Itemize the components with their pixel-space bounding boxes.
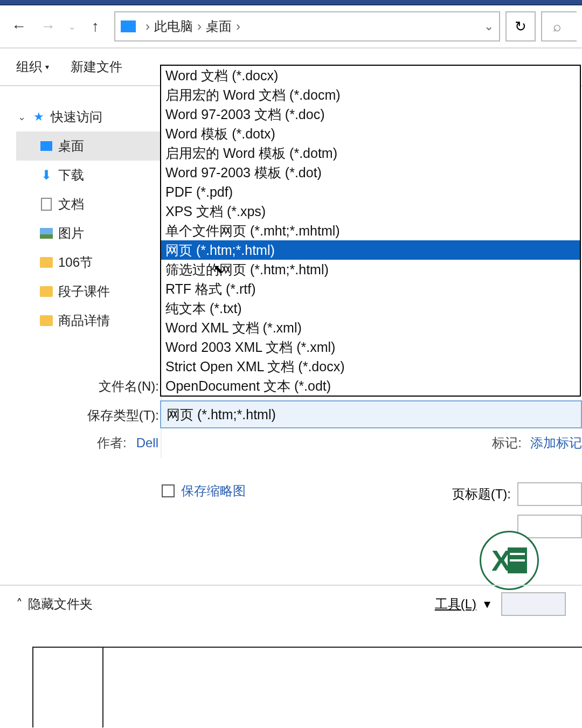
tree-folder-goods[interactable]: 商品详情 [16, 306, 161, 335]
field-labels: 文件名(N): 保存类型(T): [65, 372, 159, 430]
table-cell-border [32, 647, 33, 727]
filetype-option[interactable]: Word 2003 XML 文档 (*.xml) [161, 337, 580, 357]
filename-label: 文件名(N): [65, 372, 159, 401]
saveas-label-text: 保存类型(T): [87, 407, 159, 424]
chevron-right-icon: › [236, 19, 240, 34]
folder-icon [40, 285, 53, 298]
tree-label: 快速访问 [51, 108, 102, 126]
author-row: 作者: Dell [97, 434, 158, 452]
tags-placeholder[interactable]: 添加标记 [530, 434, 582, 452]
filetype-option[interactable]: 启用宏的 Word 文档 (*.docm) [161, 85, 580, 105]
tree-label: 段子课件 [58, 283, 110, 300]
search-box[interactable]: ⌕ [541, 11, 577, 41]
filetype-option[interactable]: Word 模板 (*.dotx) [161, 124, 580, 143]
tree-folder-duanzi[interactable]: 段子课件 [16, 277, 161, 306]
tree-label: 图片 [58, 225, 84, 242]
filename-label-text: 文件名(N): [99, 378, 159, 395]
tree-label: 106节 [58, 254, 93, 271]
tree-label: 文档 [58, 196, 84, 213]
author-value[interactable]: Dell [136, 435, 158, 450]
page-title-label: 页标题(T): [452, 486, 511, 503]
hide-folders-label: 隐藏文件夹 [28, 595, 93, 613]
tags-row: 标记: 添加标记 [492, 434, 582, 452]
window-titlebar [0, 0, 582, 5]
forward-button[interactable]: → [34, 10, 61, 43]
filetype-option[interactable]: Word 97-2003 文档 (*.doc) [161, 105, 580, 124]
chevron-down-icon: ▾ [45, 63, 49, 71]
filetype-option[interactable]: PDF (*.pdf) [161, 182, 580, 202]
dialog-footer: ˄ 隐藏文件夹 工具(L) ▾ [0, 585, 582, 622]
filetype-option[interactable]: XPS 文档 (*.xps) [161, 202, 580, 221]
chevron-down-icon: ▾ [484, 597, 490, 612]
filetype-option[interactable]: 纯文本 (*.txt) [161, 299, 580, 318]
excel-sheet-icon [508, 547, 527, 573]
filetype-option[interactable]: Word 97-2003 模板 (*.dot) [161, 163, 580, 182]
tree-pictures[interactable]: 图片 [16, 219, 161, 248]
new-folder-label: 新建文件 [71, 58, 122, 75]
organize-menu[interactable]: 组织 ▾ [16, 58, 49, 75]
search-icon: ⌕ [553, 18, 562, 35]
save-thumbnail-label: 保存缩略图 [181, 482, 246, 500]
chevron-down-icon: ⌄ [16, 111, 27, 123]
tree-quick-access[interactable]: ⌄ ★ 快速访问 [16, 102, 161, 131]
save-button[interactable] [501, 592, 566, 616]
filetype-option[interactable]: OpenDocument 文本 (*.odt) [161, 376, 580, 396]
new-folder-button[interactable]: 新建文件 [71, 58, 122, 75]
chevron-right-icon: › [146, 19, 150, 34]
chevron-right-icon: › [197, 19, 202, 34]
recent-dropdown[interactable]: ⌄ [64, 10, 80, 43]
crumb-this-pc[interactable]: 此电脑 [154, 18, 193, 35]
tree-downloads[interactable]: ⬇ 下载 [16, 161, 161, 190]
address-bar[interactable]: › 此电脑 › 桌面 › ⌄ [114, 11, 500, 41]
table-border [32, 647, 582, 648]
desktop-icon [40, 140, 53, 152]
filetype-option[interactable]: 网页 (*.htm;*.html) [161, 240, 580, 260]
up-button[interactable]: ↑ [82, 10, 109, 43]
filetype-option[interactable]: 筛选过的网页 (*.htm;*.html) [161, 260, 580, 279]
save-as-type-value: 网页 (*.htm;*.html) [167, 406, 276, 424]
tree-documents[interactable]: 文档 [16, 190, 161, 219]
change-title-button[interactable] [517, 515, 582, 538]
save-as-type-dropdown[interactable]: Word 文档 (*.docx)启用宏的 Word 文档 (*.docm)Wor… [160, 65, 581, 397]
download-icon: ⬇ [40, 169, 53, 182]
table-cell-border [102, 647, 103, 727]
folder-icon [40, 256, 53, 269]
filetype-option[interactable]: Strict Open XML 文档 (*.docx) [161, 357, 580, 376]
filetype-option[interactable]: RTF 格式 (*.rtf) [161, 279, 580, 299]
pc-icon [121, 20, 136, 32]
save-thumbnail-row[interactable]: 保存缩略图 [162, 482, 246, 500]
document-icon [40, 198, 53, 211]
tree-label: 商品详情 [58, 312, 110, 329]
filetype-option[interactable]: 单个文件网页 (*.mht;*.mhtml) [161, 221, 580, 240]
picture-icon [40, 227, 53, 240]
folder-icon [40, 314, 53, 327]
filetype-option[interactable]: Word 文档 (*.docx) [161, 66, 580, 85]
save-thumbnail-checkbox[interactable] [162, 484, 175, 497]
organize-label: 组织 [16, 58, 42, 75]
star-icon: ★ [32, 110, 45, 123]
tags-label: 标记: [492, 434, 522, 452]
refresh-button[interactable]: ↻ [505, 11, 536, 41]
tree-label: 桌面 [58, 137, 84, 155]
filetype-option[interactable]: 启用宏的 Word 模板 (*.dotm) [161, 143, 580, 163]
page-title-input[interactable] [517, 482, 582, 506]
excel-icon: X [480, 531, 539, 590]
tree-label: 下载 [58, 167, 84, 184]
author-label: 作者: [97, 434, 127, 452]
saveas-label: 保存类型(T): [65, 401, 159, 430]
filetype-option[interactable]: Word XML 文档 (*.xml) [161, 318, 580, 337]
tree-desktop[interactable]: 桌面 [16, 131, 161, 161]
chevron-up-icon: ˄ [16, 597, 23, 612]
address-dropdown-icon[interactable]: ⌄ [484, 19, 494, 33]
page-title-row: 页标题(T): [452, 482, 582, 506]
hide-folders-toggle[interactable]: ˄ 隐藏文件夹 [16, 595, 93, 613]
save-as-type-combobox[interactable]: 网页 (*.htm;*.html) [160, 400, 582, 428]
back-button[interactable]: ← [5, 10, 32, 43]
tools-label: 工具(L) [435, 595, 476, 613]
tools-menu[interactable]: 工具(L) ▾ [435, 595, 490, 613]
nav-toolbar: ← → ⌄ ↑ › 此电脑 › 桌面 › ⌄ ↻ ⌕ [0, 5, 582, 48]
tree-folder-106[interactable]: 106节 [16, 248, 161, 277]
crumb-desktop[interactable]: 桌面 [206, 18, 232, 35]
